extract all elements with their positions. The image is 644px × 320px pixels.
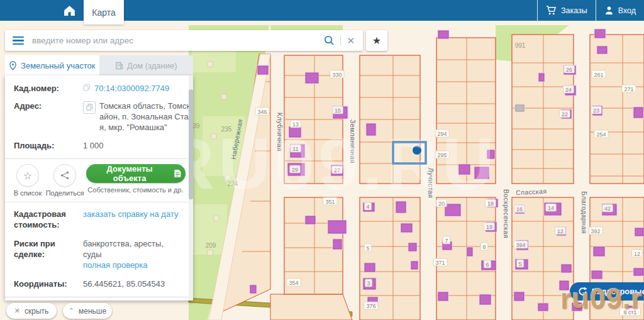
order-certificate-link[interactable]: заказать справку на дату [83,209,179,220]
map-parcel-number: 5 [518,261,521,267]
clear-search-icon[interactable]: ✕ [347,35,355,47]
documents-caption: Собственник, стоимость и др. [84,186,187,194]
map-building [467,248,472,256]
tab-map[interactable]: Карта [84,0,124,25]
map-parcel-number: 209 [206,242,216,249]
search-input[interactable] [31,35,324,46]
object-type-row: Вид объекта недвижимости Земельный участ… [14,297,183,301]
map-building [562,265,571,272]
hide-label: скрыть [25,307,48,316]
login-button[interactable]: Вход [596,0,644,21]
map-parcel-number: 394 [516,242,525,248]
copy-icon[interactable] [83,84,91,91]
less-label: меньше [79,307,106,316]
share-label: Поделиться [45,189,84,197]
map-parcel-number: 4 [366,204,369,210]
map-parcel-number: 22 [562,111,568,118]
cadastral-cost-row: Кадастровая стоимость: заказать справку … [14,202,183,231]
map-parcel-number: 23 [593,108,599,114]
map-building [539,74,544,81]
refresh-icon [578,287,587,296]
orders-button[interactable]: Заказы [537,0,596,21]
map-street-label: Воскресенская [502,189,510,238]
hide-panel-button[interactable]: ✕ скрыть [6,303,57,319]
map-parcel-number: 16 [516,206,523,212]
map-building [250,285,256,293]
map-building [514,292,524,301]
tab-land-label: Земельный участок [21,61,95,70]
map-building [635,228,643,236]
menu-icon[interactable] [13,35,24,47]
map-parcel-number: 354 [289,280,298,286]
cadastral-number-row: Кад.номер: 70:14:0300092:7749 [14,75,183,94]
map-parcel-number: 3 [367,280,370,287]
tab-house-building[interactable]: Дом (здание) [99,55,194,75]
object-documents-button[interactable]: Документы объекта [86,164,186,183]
map-building [409,243,416,251]
object-documents-label: Документы объекта [90,164,170,183]
map-building [328,221,346,233]
map-building [595,30,605,38]
area-row: Площадь: 1 000 [14,133,183,159]
map-parcel-number: 19 [486,224,492,230]
map-parcel-number: 376 [366,303,375,309]
address-value: Томская область, Томский район, п. Зонал… [99,101,193,133]
map-parcel-number: 8 ст1 [623,309,636,316]
favorites-button[interactable]: ★ [366,30,387,51]
deal-risks-value: банкротства, аресты, суды [83,239,183,260]
login-label: Вход [618,6,636,15]
share-button[interactable]: Поделиться [45,164,84,197]
map-building [258,66,268,74]
map-parcel-number: 371 [435,260,445,266]
map-building [572,303,582,311]
map-building [480,295,491,304]
map-parcel-number: 330 [332,72,341,78]
search-icon[interactable] [324,35,335,46]
map-pin-icon [9,61,17,70]
map-parcel-number: 271 [624,86,633,92]
tab-house-label: Дом (здание) [127,61,177,70]
map-building [445,204,460,216]
coordinates-value: 56.445621, 85.054543 [83,279,183,290]
panel-scrollbar [189,75,193,301]
map-parcel-number: 42 [604,206,611,212]
map-parcel-number: 8 [482,244,486,250]
map-parcel-number: 12 [634,251,640,257]
cadastral-number-link[interactable]: 70:14:0300092:7749 [94,84,169,94]
map-parcel-number: 346 [257,109,267,115]
map-watermark: RU09.RU [162,123,498,204]
object-tabs: Земельный участок Дом (здание) [5,55,193,75]
map-building [634,268,643,275]
deal-risks-label: Риски при сделке: [14,239,83,260]
map-street-label: Спасская [516,187,547,197]
map-parcel-number: 392 [591,228,600,234]
full-check-link[interactable]: полная проверка [83,260,148,270]
map-building [401,224,412,232]
scrollbar-thumb[interactable] [189,89,193,199]
address-label: Адрес: [14,101,83,112]
map-building [438,292,448,301]
map-parcel-number: 5 [366,245,369,251]
map-building [634,108,643,118]
map-parcel-number: 14 [548,205,554,211]
orders-label: Заказы [561,6,587,15]
actions-row: ☆ В список Поделиться Документы объекта [5,159,193,202]
cadastre-layers-button[interactable]: Кадастровые [570,282,644,301]
address-row: Адрес: Томская область, Томский район, п… [14,94,183,133]
search-bar: ✕ [5,30,363,51]
cadastre-button-label: Кадастровые [592,287,644,296]
coordinates-label: Координаты: [14,279,83,290]
add-to-list-button[interactable]: ☆ В список [10,164,45,197]
top-navigation-bar: Карта Заказы Вход [0,0,644,21]
chevron-up-icon: ⌃ [69,307,74,315]
map-building [516,105,524,111]
home-button[interactable] [55,0,84,21]
collapse-panel-button[interactable]: ⌃ меньше [63,303,112,319]
map-building [560,281,569,290]
map-building [592,271,602,279]
area-value: 1 000 [83,141,183,152]
copy-address-icon[interactable] [83,101,96,114]
share-icon [60,171,69,180]
close-icon: ✕ [14,307,20,315]
tab-land-parcel[interactable]: Земельный участок [5,55,99,75]
